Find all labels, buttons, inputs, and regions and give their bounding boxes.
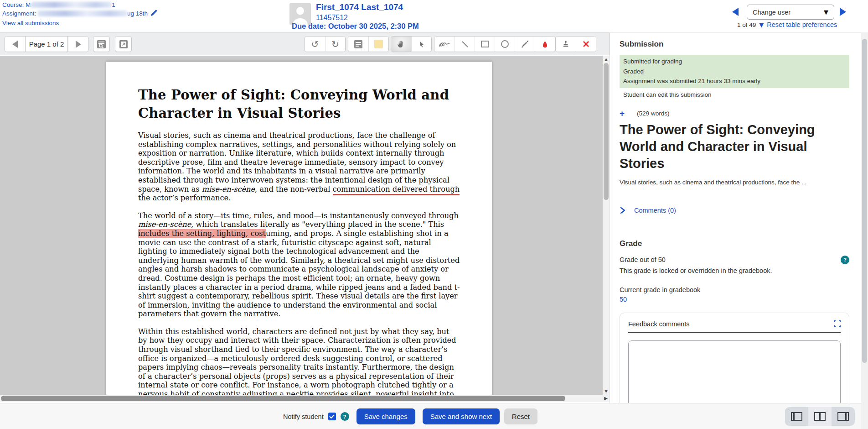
expand-icon bbox=[119, 40, 128, 48]
footer-action-bar: Notify student ? Save changes Save and s… bbox=[0, 403, 861, 429]
submission-essay-title: The Power of Sight: Conveying World and … bbox=[620, 121, 849, 172]
table-nav-row: 1 of 49 ▼ Reset table preferences bbox=[737, 21, 837, 28]
document-horizontal-scrollbar[interactable]: ▶ bbox=[0, 395, 610, 402]
rotate-right-button[interactable]: ↻ bbox=[325, 37, 345, 52]
avatar[interactable] bbox=[289, 3, 311, 25]
layout-toggle-group bbox=[785, 407, 855, 426]
course-label: Course: M bbox=[2, 1, 31, 8]
select-tool-button[interactable] bbox=[411, 37, 431, 52]
essay-paragraph-3: Within this established world, character… bbox=[138, 327, 460, 395]
next-user-icon[interactable] bbox=[840, 8, 846, 16]
pan-tool-button[interactable] bbox=[391, 37, 411, 52]
check-icon bbox=[329, 414, 335, 419]
scroll-right-icon[interactable]: ▶ bbox=[604, 396, 608, 401]
feedback-comments-card: Feedback comments bbox=[620, 313, 849, 404]
stamp-group bbox=[555, 36, 596, 52]
color-droplet-icon bbox=[542, 40, 548, 48]
reset-button[interactable]: Reset bbox=[504, 408, 537, 424]
rotate-group: ↺ ↻ bbox=[305, 36, 346, 52]
grade-out-of-label: Grade out of 50 bbox=[620, 256, 666, 263]
rotate-right-icon: ↻ bbox=[331, 40, 339, 49]
feedback-header: Feedback comments bbox=[628, 320, 841, 333]
word-count: (529 words) bbox=[637, 110, 669, 117]
scroll-down-icon[interactable]: ▼ bbox=[603, 389, 610, 393]
status-student-editable: Student can edit this submission bbox=[620, 88, 849, 101]
rotate-left-icon: ↺ bbox=[311, 40, 319, 49]
highlighter-icon bbox=[521, 40, 529, 48]
layout-left-icon bbox=[791, 412, 802, 421]
rotate-left-button[interactable]: ↺ bbox=[305, 37, 325, 52]
scroll-up-icon[interactable]: ▲ bbox=[603, 57, 610, 62]
cursor-select-icon bbox=[418, 40, 425, 48]
filter-icon[interactable]: ▼ bbox=[759, 21, 764, 28]
notify-student-checkbox[interactable] bbox=[328, 413, 336, 420]
assignment-label: Assignment: bbox=[2, 10, 36, 17]
horizontal-scroll-thumb[interactable] bbox=[1, 396, 565, 401]
annotation-toolbar: Page 1 of 2 ↺ ↻ bbox=[0, 32, 610, 55]
circle-icon bbox=[501, 40, 509, 48]
reset-table-preferences-link[interactable]: Reset table preferences bbox=[767, 21, 837, 28]
rectangle-tool-button[interactable] bbox=[475, 37, 495, 52]
student-id: 11457512 bbox=[316, 14, 403, 22]
expand-editor-icon[interactable] bbox=[834, 320, 841, 327]
avatar-person-icon bbox=[289, 3, 311, 25]
change-user-select[interactable]: Change user ▼ bbox=[747, 5, 834, 20]
window-scroll-thumb[interactable] bbox=[862, 39, 867, 363]
previous-user-icon[interactable] bbox=[732, 8, 739, 16]
document-vertical-scrollbar[interactable]: ▲ ▼ bbox=[603, 56, 610, 395]
comment-color-button[interactable] bbox=[368, 37, 388, 52]
edit-pencil-icon[interactable] bbox=[150, 9, 158, 19]
essay-title: The Power of Sight: Conveying World and … bbox=[138, 86, 460, 122]
grade-help-icon[interactable]: ? bbox=[841, 256, 849, 264]
status-graded: Graded bbox=[623, 67, 846, 77]
layout-collapse-left-button[interactable] bbox=[785, 407, 808, 426]
stamp-tool-button[interactable] bbox=[556, 37, 576, 52]
previous-page-button[interactable] bbox=[5, 37, 25, 52]
redacted-assignment-name bbox=[38, 10, 127, 16]
window-scrollbar[interactable] bbox=[861, 32, 868, 429]
grading-app: Course: M1 Assignment: ug 18th View all … bbox=[0, 0, 868, 429]
vertical-scroll-thumb[interactable] bbox=[604, 63, 609, 200]
view-all-submissions-link[interactable]: View all submissions bbox=[2, 20, 59, 26]
delete-annotation-button[interactable] bbox=[576, 37, 596, 52]
expand-collapse-button[interactable] bbox=[115, 36, 132, 52]
circle-tool-button[interactable] bbox=[495, 37, 515, 52]
feedback-comments-textarea[interactable] bbox=[628, 340, 841, 404]
user-position: 1 of 49 bbox=[737, 21, 756, 28]
annotation-color-button[interactable] bbox=[535, 37, 555, 52]
status-time-early: Assignment was submitted 21 hours 33 min… bbox=[623, 76, 846, 86]
chevron-right-icon bbox=[620, 207, 626, 214]
comment-tool-button[interactable] bbox=[348, 37, 368, 52]
comment-color-swatch-icon bbox=[374, 40, 383, 48]
save-and-show-next-button[interactable]: Save and show next bbox=[423, 408, 500, 424]
red-underline-annotation[interactable]: communication delivered through bbox=[333, 185, 460, 195]
notify-help-icon[interactable]: ? bbox=[341, 412, 349, 421]
search-comments-button[interactable] bbox=[93, 36, 110, 52]
line-icon bbox=[461, 40, 469, 48]
line-tool-button[interactable] bbox=[455, 37, 475, 52]
draw-tools-group bbox=[434, 36, 555, 52]
layout-split-view-button[interactable] bbox=[808, 407, 832, 426]
document-viewer: The Power of Sight: Conveying World and … bbox=[0, 56, 603, 395]
student-name-link[interactable]: First_1074 Last_1074 bbox=[316, 2, 403, 12]
comment-icon bbox=[354, 40, 362, 48]
layout-right-icon bbox=[837, 412, 849, 421]
highlight-tool-button[interactable] bbox=[515, 37, 535, 52]
comments-link[interactable]: Comments (0) bbox=[634, 207, 676, 214]
expand-submission-icon[interactable]: + bbox=[620, 109, 625, 118]
pink-highlight-annotation[interactable]: includes the setting, lighting, cost bbox=[138, 229, 266, 238]
next-page-button[interactable] bbox=[68, 37, 88, 52]
submission-preview-text: Visual stories, such as cinema and theat… bbox=[620, 179, 849, 186]
comments-toggle[interactable]: Comments (0) bbox=[620, 207, 849, 214]
grade-locked-note: This grade is locked or overridden in th… bbox=[620, 267, 849, 274]
layout-collapse-right-button[interactable] bbox=[832, 407, 855, 426]
rectangle-icon bbox=[481, 41, 489, 47]
grader-info: Course: M1 Assignment: ug 18th View all … bbox=[2, 1, 158, 27]
page-indicator-field[interactable]: Page 1 of 2 bbox=[25, 37, 68, 52]
pen-scribble-icon bbox=[439, 41, 450, 48]
pen-tool-button[interactable] bbox=[434, 37, 455, 52]
save-changes-button[interactable]: Save changes bbox=[356, 408, 415, 424]
essay-paragraph-2: The world of a story—its time, rules, an… bbox=[138, 211, 460, 319]
essay-paragraph-1: Visual stories, such as cinema and theat… bbox=[138, 131, 460, 203]
current-grade-value-link[interactable]: 50 bbox=[620, 296, 627, 303]
